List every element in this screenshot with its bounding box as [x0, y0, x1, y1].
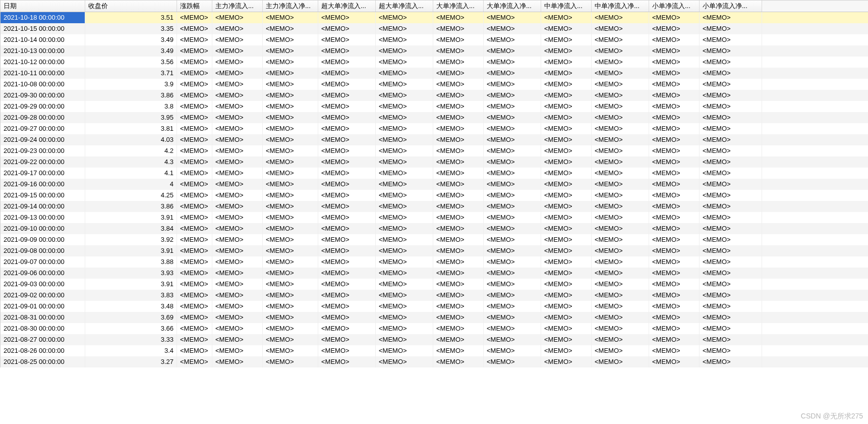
- cell-memo[interactable]: <MEMO>: [263, 179, 318, 190]
- cell-date[interactable]: 2021-09-17 00:00:00: [1, 168, 85, 179]
- cell-memo[interactable]: <MEMO>: [376, 279, 433, 290]
- cell-memo[interactable]: <MEMO>: [433, 45, 484, 57]
- cell-memo[interactable]: <MEMO>: [649, 123, 700, 134]
- cell-close[interactable]: 3.91: [85, 245, 177, 256]
- cell-memo[interactable]: <MEMO>: [484, 356, 541, 367]
- cell-memo[interactable]: <MEMO>: [484, 179, 541, 190]
- table-row[interactable]: 2021-10-12 00:00:003.56<MEMO><MEMO><MEMO…: [1, 57, 868, 68]
- cell-memo[interactable]: <MEMO>: [484, 90, 541, 101]
- cell-memo[interactable]: <MEMO>: [484, 12, 541, 23]
- cell-memo[interactable]: <MEMO>: [649, 179, 700, 190]
- cell-memo[interactable]: <MEMO>: [376, 23, 433, 34]
- cell-memo[interactable]: <MEMO>: [484, 156, 541, 168]
- cell-memo[interactable]: <MEMO>: [484, 234, 541, 245]
- cell-memo[interactable]: <MEMO>: [263, 23, 318, 34]
- cell-date[interactable]: 2021-10-11 00:00:00: [1, 68, 85, 79]
- cell-memo[interactable]: <MEMO>: [318, 79, 376, 90]
- cell-memo[interactable]: <MEMO>: [433, 323, 484, 334]
- cell-memo[interactable]: <MEMO>: [212, 134, 263, 145]
- table-row[interactable]: 2021-09-15 00:00:004.25<MEMO><MEMO><MEMO…: [1, 190, 868, 201]
- cell-memo[interactable]: <MEMO>: [433, 156, 484, 168]
- cell-memo[interactable]: <MEMO>: [541, 156, 592, 168]
- cell-memo[interactable]: <MEMO>: [700, 279, 762, 290]
- cell-date[interactable]: 2021-10-08 00:00:00: [1, 79, 85, 90]
- column-header-small-in[interactable]: 小单净流入...: [649, 1, 700, 12]
- cell-memo[interactable]: <MEMO>: [592, 234, 649, 245]
- cell-memo[interactable]: <MEMO>: [700, 34, 762, 45]
- table-row[interactable]: 2021-09-06 00:00:003.93<MEMO><MEMO><MEMO…: [1, 268, 868, 279]
- cell-memo[interactable]: <MEMO>: [484, 334, 541, 345]
- cell-memo[interactable]: <MEMO>: [212, 112, 263, 123]
- cell-memo[interactable]: <MEMO>: [484, 68, 541, 79]
- cell-close[interactable]: 3.33: [85, 334, 177, 345]
- cell-memo[interactable]: <MEMO>: [376, 245, 433, 256]
- cell-memo[interactable]: <MEMO>: [649, 68, 700, 79]
- cell-memo[interactable]: <MEMO>: [212, 68, 263, 79]
- cell-memo[interactable]: <MEMO>: [177, 112, 212, 123]
- data-grid[interactable]: 日期 收盘价 涨跌幅 主力净流入... 主力净流入净... 超大单净流入... …: [0, 0, 868, 367]
- cell-memo[interactable]: <MEMO>: [700, 268, 762, 279]
- cell-date[interactable]: 2021-10-12 00:00:00: [1, 57, 85, 68]
- cell-memo[interactable]: <MEMO>: [177, 190, 212, 201]
- column-header-main-in[interactable]: 主力净流入...: [212, 1, 263, 12]
- cell-memo[interactable]: <MEMO>: [649, 268, 700, 279]
- cell-memo[interactable]: <MEMO>: [376, 312, 433, 323]
- cell-memo[interactable]: <MEMO>: [263, 279, 318, 290]
- cell-memo[interactable]: <MEMO>: [433, 179, 484, 190]
- cell-memo[interactable]: <MEMO>: [177, 201, 212, 212]
- cell-memo[interactable]: <MEMO>: [318, 312, 376, 323]
- cell-memo[interactable]: <MEMO>: [541, 34, 592, 45]
- cell-date[interactable]: 2021-09-30 00:00:00: [1, 90, 85, 101]
- cell-memo[interactable]: <MEMO>: [177, 279, 212, 290]
- cell-memo[interactable]: <MEMO>: [592, 190, 649, 201]
- cell-date[interactable]: 2021-09-23 00:00:00: [1, 145, 85, 156]
- cell-memo[interactable]: <MEMO>: [177, 256, 212, 268]
- cell-memo[interactable]: <MEMO>: [484, 79, 541, 90]
- cell-memo[interactable]: <MEMO>: [700, 45, 762, 57]
- cell-date[interactable]: 2021-08-31 00:00:00: [1, 312, 85, 323]
- cell-memo[interactable]: <MEMO>: [376, 156, 433, 168]
- cell-date[interactable]: 2021-08-26 00:00:00: [1, 345, 85, 356]
- cell-memo[interactable]: <MEMO>: [433, 112, 484, 123]
- cell-memo[interactable]: <MEMO>: [212, 323, 263, 334]
- column-header-close[interactable]: 收盘价: [85, 1, 177, 12]
- cell-memo[interactable]: <MEMO>: [177, 245, 212, 256]
- cell-memo[interactable]: <MEMO>: [541, 256, 592, 268]
- cell-memo[interactable]: <MEMO>: [376, 145, 433, 156]
- cell-memo[interactable]: <MEMO>: [263, 90, 318, 101]
- cell-memo[interactable]: <MEMO>: [700, 256, 762, 268]
- cell-memo[interactable]: <MEMO>: [433, 190, 484, 201]
- cell-memo[interactable]: <MEMO>: [318, 123, 376, 134]
- column-header-small-net[interactable]: 小单净流入净...: [700, 1, 762, 12]
- cell-memo[interactable]: <MEMO>: [592, 334, 649, 345]
- table-row[interactable]: 2021-09-02 00:00:003.83<MEMO><MEMO><MEMO…: [1, 290, 868, 301]
- cell-memo[interactable]: <MEMO>: [700, 223, 762, 234]
- cell-close[interactable]: 3.83: [85, 290, 177, 301]
- cell-close[interactable]: 3.81: [85, 123, 177, 134]
- cell-memo[interactable]: <MEMO>: [177, 301, 212, 312]
- cell-date[interactable]: 2021-09-01 00:00:00: [1, 301, 85, 312]
- cell-memo[interactable]: <MEMO>: [263, 168, 318, 179]
- cell-memo[interactable]: <MEMO>: [318, 134, 376, 145]
- cell-memo[interactable]: <MEMO>: [318, 179, 376, 190]
- table-row[interactable]: 2021-09-14 00:00:003.86<MEMO><MEMO><MEMO…: [1, 201, 868, 212]
- cell-date[interactable]: 2021-10-14 00:00:00: [1, 34, 85, 45]
- cell-date[interactable]: 2021-10-13 00:00:00: [1, 45, 85, 57]
- cell-memo[interactable]: <MEMO>: [318, 323, 376, 334]
- cell-memo[interactable]: <MEMO>: [484, 190, 541, 201]
- cell-memo[interactable]: <MEMO>: [177, 34, 212, 45]
- cell-memo[interactable]: <MEMO>: [484, 256, 541, 268]
- cell-memo[interactable]: <MEMO>: [318, 201, 376, 212]
- cell-memo[interactable]: <MEMO>: [700, 190, 762, 201]
- cell-memo[interactable]: <MEMO>: [541, 145, 592, 156]
- cell-close[interactable]: 3.84: [85, 223, 177, 234]
- table-row[interactable]: 2021-09-01 00:00:003.48<MEMO><MEMO><MEMO…: [1, 301, 868, 312]
- cell-close[interactable]: 4.3: [85, 156, 177, 168]
- cell-memo[interactable]: <MEMO>: [592, 45, 649, 57]
- table-row[interactable]: 2021-09-03 00:00:003.91<MEMO><MEMO><MEMO…: [1, 279, 868, 290]
- cell-memo[interactable]: <MEMO>: [484, 323, 541, 334]
- cell-close[interactable]: 4.1: [85, 168, 177, 179]
- cell-memo[interactable]: <MEMO>: [649, 201, 700, 212]
- cell-close[interactable]: 3.49: [85, 45, 177, 57]
- cell-date[interactable]: 2021-09-03 00:00:00: [1, 279, 85, 290]
